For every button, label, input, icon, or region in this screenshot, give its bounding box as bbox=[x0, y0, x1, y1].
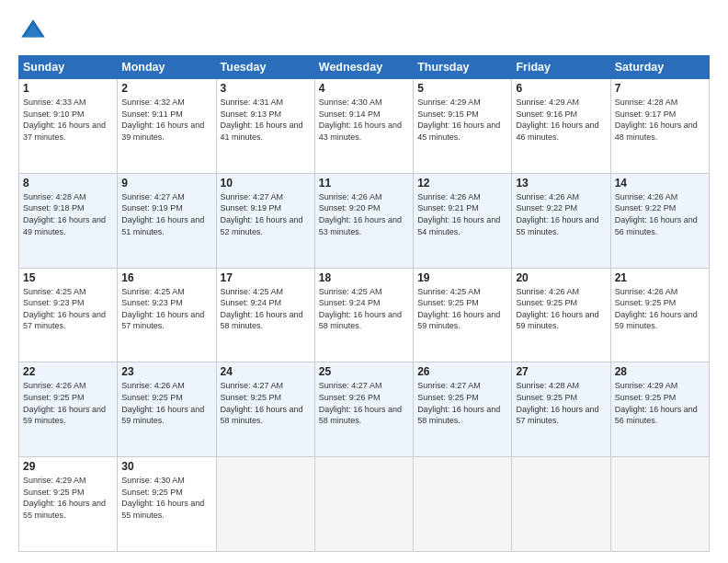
calendar-day-cell: 8 Sunrise: 4:28 AM Sunset: 9:18 PM Dayli… bbox=[19, 173, 118, 268]
day-info: Sunrise: 4:29 AM Sunset: 9:25 PM Dayligh… bbox=[615, 380, 705, 426]
calendar-day-cell: 3 Sunrise: 4:31 AM Sunset: 9:13 PM Dayli… bbox=[216, 79, 314, 174]
day-number: 18 bbox=[319, 271, 409, 284]
day-info: Sunrise: 4:25 AM Sunset: 9:25 PM Dayligh… bbox=[417, 286, 507, 332]
calendar-day-header: Tuesday bbox=[216, 56, 314, 79]
day-number: 22 bbox=[23, 365, 113, 378]
calendar-day-header: Sunday bbox=[19, 56, 118, 79]
calendar-day-cell: 21 Sunrise: 4:26 AM Sunset: 9:25 PM Dayl… bbox=[610, 268, 709, 362]
day-info: Sunrise: 4:30 AM Sunset: 9:14 PM Dayligh… bbox=[319, 97, 409, 143]
day-number: 26 bbox=[417, 365, 507, 378]
day-info: Sunrise: 4:26 AM Sunset: 9:25 PM Dayligh… bbox=[516, 286, 606, 332]
calendar-week-row: 1 Sunrise: 4:33 AM Sunset: 9:10 PM Dayli… bbox=[19, 79, 710, 174]
day-number: 15 bbox=[23, 271, 113, 284]
calendar-day-cell: 14 Sunrise: 4:26 AM Sunset: 9:22 PM Dayl… bbox=[610, 173, 709, 268]
day-number: 10 bbox=[221, 177, 311, 190]
calendar-day-cell: 20 Sunrise: 4:26 AM Sunset: 9:25 PM Dayl… bbox=[512, 268, 610, 362]
day-number: 30 bbox=[121, 460, 211, 473]
calendar-day-cell: 10 Sunrise: 4:27 AM Sunset: 9:19 PM Dayl… bbox=[216, 173, 314, 268]
calendar-day-cell bbox=[216, 457, 314, 552]
day-info: Sunrise: 4:26 AM Sunset: 9:21 PM Dayligh… bbox=[417, 191, 507, 237]
day-number: 21 bbox=[615, 271, 705, 284]
day-info: Sunrise: 4:26 AM Sunset: 9:25 PM Dayligh… bbox=[23, 380, 113, 426]
day-number: 27 bbox=[516, 365, 606, 378]
calendar-day-cell: 6 Sunrise: 4:29 AM Sunset: 9:16 PM Dayli… bbox=[512, 79, 610, 174]
day-number: 11 bbox=[319, 177, 409, 190]
day-info: Sunrise: 4:27 AM Sunset: 9:19 PM Dayligh… bbox=[121, 191, 211, 237]
calendar-week-row: 15 Sunrise: 4:25 AM Sunset: 9:23 PM Dayl… bbox=[19, 268, 710, 362]
day-number: 1 bbox=[23, 82, 113, 95]
calendar-day-cell: 12 Sunrise: 4:26 AM Sunset: 9:21 PM Dayl… bbox=[414, 173, 512, 268]
day-info: Sunrise: 4:29 AM Sunset: 9:15 PM Dayligh… bbox=[417, 97, 507, 143]
calendar-day-cell: 4 Sunrise: 4:30 AM Sunset: 9:14 PM Dayli… bbox=[314, 79, 413, 174]
calendar-day-cell: 26 Sunrise: 4:27 AM Sunset: 9:25 PM Dayl… bbox=[414, 362, 512, 457]
calendar-day-cell: 25 Sunrise: 4:27 AM Sunset: 9:26 PM Dayl… bbox=[314, 362, 413, 457]
calendar-day-cell: 22 Sunrise: 4:26 AM Sunset: 9:25 PM Dayl… bbox=[19, 362, 118, 457]
day-info: Sunrise: 4:25 AM Sunset: 9:23 PM Dayligh… bbox=[121, 286, 211, 332]
day-info: Sunrise: 4:25 AM Sunset: 9:24 PM Dayligh… bbox=[221, 286, 311, 332]
day-number: 28 bbox=[615, 365, 705, 378]
day-info: Sunrise: 4:27 AM Sunset: 9:19 PM Dayligh… bbox=[221, 191, 311, 237]
day-number: 20 bbox=[516, 271, 606, 284]
day-number: 3 bbox=[221, 82, 311, 95]
header bbox=[18, 17, 710, 46]
calendar-day-cell: 2 Sunrise: 4:32 AM Sunset: 9:11 PM Dayli… bbox=[118, 79, 216, 174]
day-info: Sunrise: 4:28 AM Sunset: 9:25 PM Dayligh… bbox=[516, 380, 606, 426]
calendar-day-cell bbox=[512, 457, 610, 552]
calendar-day-cell: 16 Sunrise: 4:25 AM Sunset: 9:23 PM Dayl… bbox=[118, 268, 216, 362]
day-info: Sunrise: 4:25 AM Sunset: 9:24 PM Dayligh… bbox=[319, 286, 409, 332]
calendar-week-row: 8 Sunrise: 4:28 AM Sunset: 9:18 PM Dayli… bbox=[19, 173, 710, 268]
day-number: 9 bbox=[121, 177, 211, 190]
calendar-day-cell: 24 Sunrise: 4:27 AM Sunset: 9:25 PM Dayl… bbox=[216, 362, 314, 457]
day-info: Sunrise: 4:25 AM Sunset: 9:23 PM Dayligh… bbox=[23, 286, 113, 332]
day-info: Sunrise: 4:33 AM Sunset: 9:10 PM Dayligh… bbox=[23, 97, 113, 143]
logo bbox=[18, 17, 51, 46]
day-number: 17 bbox=[221, 271, 311, 284]
calendar-day-cell: 23 Sunrise: 4:26 AM Sunset: 9:25 PM Dayl… bbox=[118, 362, 216, 457]
calendar-day-cell: 27 Sunrise: 4:28 AM Sunset: 9:25 PM Dayl… bbox=[512, 362, 610, 457]
calendar-day-cell: 19 Sunrise: 4:25 AM Sunset: 9:25 PM Dayl… bbox=[414, 268, 512, 362]
calendar-day-cell bbox=[414, 457, 512, 552]
day-number: 24 bbox=[221, 365, 311, 378]
day-number: 6 bbox=[516, 82, 606, 95]
day-info: Sunrise: 4:26 AM Sunset: 9:22 PM Dayligh… bbox=[516, 191, 606, 237]
calendar-day-cell: 15 Sunrise: 4:25 AM Sunset: 9:23 PM Dayl… bbox=[19, 268, 118, 362]
calendar-day-header: Monday bbox=[118, 56, 216, 79]
calendar-day-cell: 9 Sunrise: 4:27 AM Sunset: 9:19 PM Dayli… bbox=[118, 173, 216, 268]
day-number: 7 bbox=[615, 82, 705, 95]
page: SundayMondayTuesdayWednesdayThursdayFrid… bbox=[0, 0, 728, 563]
day-number: 5 bbox=[417, 82, 507, 95]
calendar-day-header: Thursday bbox=[414, 56, 512, 79]
day-number: 8 bbox=[23, 177, 113, 190]
calendar-day-cell: 1 Sunrise: 4:33 AM Sunset: 9:10 PM Dayli… bbox=[19, 79, 118, 174]
day-number: 29 bbox=[23, 460, 113, 473]
day-info: Sunrise: 4:26 AM Sunset: 9:25 PM Dayligh… bbox=[121, 380, 211, 426]
day-number: 16 bbox=[121, 271, 211, 284]
day-number: 13 bbox=[516, 177, 606, 190]
day-info: Sunrise: 4:31 AM Sunset: 9:13 PM Dayligh… bbox=[221, 97, 311, 143]
calendar-day-cell bbox=[610, 457, 709, 552]
day-info: Sunrise: 4:26 AM Sunset: 9:20 PM Dayligh… bbox=[319, 191, 409, 237]
logo-icon bbox=[18, 17, 48, 46]
day-number: 14 bbox=[615, 177, 705, 190]
calendar-day-cell: 5 Sunrise: 4:29 AM Sunset: 9:15 PM Dayli… bbox=[414, 79, 512, 174]
day-info: Sunrise: 4:32 AM Sunset: 9:11 PM Dayligh… bbox=[121, 97, 211, 143]
calendar-day-cell: 30 Sunrise: 4:30 AM Sunset: 9:25 PM Dayl… bbox=[118, 457, 216, 552]
day-info: Sunrise: 4:29 AM Sunset: 9:16 PM Dayligh… bbox=[516, 97, 606, 143]
calendar-header-row: SundayMondayTuesdayWednesdayThursdayFrid… bbox=[19, 56, 710, 79]
day-info: Sunrise: 4:30 AM Sunset: 9:25 PM Dayligh… bbox=[121, 475, 211, 521]
calendar-week-row: 29 Sunrise: 4:29 AM Sunset: 9:25 PM Dayl… bbox=[19, 457, 710, 552]
day-info: Sunrise: 4:29 AM Sunset: 9:25 PM Dayligh… bbox=[23, 475, 113, 521]
day-number: 19 bbox=[417, 271, 507, 284]
day-info: Sunrise: 4:26 AM Sunset: 9:25 PM Dayligh… bbox=[615, 286, 705, 332]
calendar-day-header: Saturday bbox=[610, 56, 709, 79]
calendar-day-cell: 18 Sunrise: 4:25 AM Sunset: 9:24 PM Dayl… bbox=[314, 268, 413, 362]
day-info: Sunrise: 4:28 AM Sunset: 9:18 PM Dayligh… bbox=[23, 191, 113, 237]
day-number: 2 bbox=[121, 82, 211, 95]
day-number: 25 bbox=[319, 365, 409, 378]
day-info: Sunrise: 4:27 AM Sunset: 9:25 PM Dayligh… bbox=[221, 380, 311, 426]
day-number: 12 bbox=[417, 177, 507, 190]
day-info: Sunrise: 4:27 AM Sunset: 9:26 PM Dayligh… bbox=[319, 380, 409, 426]
calendar-day-cell bbox=[314, 457, 413, 552]
calendar-day-cell: 28 Sunrise: 4:29 AM Sunset: 9:25 PM Dayl… bbox=[610, 362, 709, 457]
day-number: 4 bbox=[319, 82, 409, 95]
